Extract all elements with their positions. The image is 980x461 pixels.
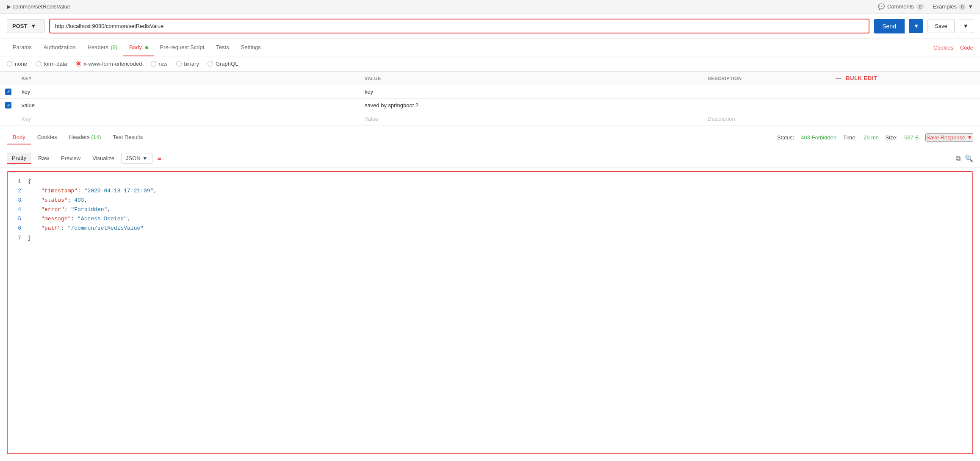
tab-body[interactable]: Body xyxy=(123,39,154,56)
comments-icon: 💬 xyxy=(878,3,885,10)
size-label: Size: xyxy=(885,134,897,141)
radio-form-data-label: form-data xyxy=(44,61,67,67)
format-select[interactable]: JSON ▼ xyxy=(121,153,152,164)
comments-badge: 0 xyxy=(916,4,924,10)
examples-label: Examples xyxy=(933,3,957,10)
comments-button[interactable]: 💬 Comments 0 xyxy=(878,3,924,10)
th-actions: ••• Bulk Edit xyxy=(831,72,980,85)
save-response-chevron-icon: ▼ xyxy=(967,134,972,141)
tab-settings[interactable]: Settings xyxy=(235,39,267,56)
row1-value[interactable]: key xyxy=(360,85,703,99)
radio-binary-label: binary xyxy=(184,61,199,67)
code-link[interactable]: Code xyxy=(960,44,973,51)
resp-tab-cookies[interactable]: Cookies xyxy=(31,131,63,144)
row1-actions xyxy=(831,85,980,99)
row2-value[interactable]: saved by springboot 2 xyxy=(360,99,703,112)
tab-params[interactable]: Params xyxy=(7,39,38,56)
placeholder-value[interactable]: Value xyxy=(360,112,703,126)
radio-form-data[interactable]: form-data xyxy=(36,61,67,67)
radio-raw-label: raw xyxy=(159,61,168,67)
radio-form-data-circle xyxy=(36,61,41,67)
size-value: 567 B xyxy=(904,134,919,141)
radio-raw[interactable]: raw xyxy=(151,61,168,67)
code-line-6: 6 "path": "/common/setRedisValue" xyxy=(14,224,966,233)
fmt-tab-pretty[interactable]: Pretty xyxy=(7,153,31,164)
line-num-3: 3 xyxy=(14,196,21,205)
row2-checkbox[interactable] xyxy=(5,102,11,108)
line-content-1: { xyxy=(28,177,966,186)
placeholder-desc[interactable]: Description xyxy=(703,112,831,126)
filter-icon[interactable]: ≡ xyxy=(158,155,161,162)
method-chevron-icon: ▼ xyxy=(30,23,36,29)
th-description: DESCRIPTION xyxy=(703,72,831,85)
status-label: Status: xyxy=(777,134,794,141)
tab-headers[interactable]: Headers (9) xyxy=(82,39,124,56)
line-content-7: } xyxy=(28,233,966,243)
radio-binary-circle xyxy=(176,61,182,67)
chevron-down-icon: ▼ xyxy=(968,3,973,10)
time-label: Time: xyxy=(843,134,857,141)
response-header: Body Cookies Headers (14) Test Results S… xyxy=(0,126,980,149)
response-tabs: Body Cookies Headers (14) Test Results xyxy=(7,131,149,144)
row1-key[interactable]: key xyxy=(17,85,360,99)
code-line-1: 1 { xyxy=(14,177,966,186)
line-num-5: 5 xyxy=(14,214,21,224)
line-num-2: 2 xyxy=(14,186,21,196)
response-body: Pretty Raw Preview Visualize JSON ▼ ≡ ⧉ … xyxy=(0,149,980,461)
th-checkbox xyxy=(0,72,17,85)
status-value: 403 Forbidden xyxy=(801,134,836,141)
line-content-2: "timestamp": "2020-04-18 17:21:09", xyxy=(28,186,966,196)
radio-none[interactable]: none xyxy=(7,61,27,67)
examples-button[interactable]: Examples 0 ▼ xyxy=(933,3,973,10)
row2-desc[interactable] xyxy=(703,99,831,112)
row2-checkbox-cell xyxy=(0,99,17,112)
format-chevron-icon: ▼ xyxy=(142,155,148,161)
app-container: ▶ common/setRedisValue 💬 Comments 0 Exam… xyxy=(0,0,980,461)
resp-tab-test-results[interactable]: Test Results xyxy=(107,131,149,144)
body-types: none form-data x-www-form-urlencoded raw… xyxy=(0,56,980,72)
method-select[interactable]: POST ▼ xyxy=(7,19,45,33)
resp-tab-body[interactable]: Body xyxy=(7,131,31,144)
fmt-tab-preview[interactable]: Preview xyxy=(56,153,86,164)
tab-pre-request[interactable]: Pre-request Script xyxy=(154,39,210,56)
tab-authorization[interactable]: Authorization xyxy=(38,39,82,56)
row2-key[interactable]: value xyxy=(17,99,360,112)
row1-desc[interactable] xyxy=(703,85,831,99)
top-bar: ▶ common/setRedisValue 💬 Comments 0 Exam… xyxy=(0,0,980,14)
method-label: POST xyxy=(12,23,27,29)
radio-none-circle xyxy=(7,61,12,67)
line-num-4: 4 xyxy=(14,205,21,214)
placeholder-key[interactable]: Key xyxy=(17,112,360,126)
request-tabs: Params Authorization Headers (9) Body Pr… xyxy=(0,39,980,56)
send-button[interactable]: Send xyxy=(874,19,905,33)
fmt-tab-visualize[interactable]: Visualize xyxy=(87,153,119,164)
line-content-5: "message": "Access Denied", xyxy=(28,214,966,224)
save-button[interactable]: Save xyxy=(927,19,955,33)
radio-urlencoded-circle xyxy=(76,61,81,67)
fmt-tab-raw[interactable]: Raw xyxy=(33,153,54,164)
response-format-tabs: Pretty Raw Preview Visualize JSON ▼ ≡ ⧉ … xyxy=(0,149,980,168)
tab-tests[interactable]: Tests xyxy=(210,39,235,56)
th-key: KEY xyxy=(17,72,360,85)
line-content-4: "error": "Forbidden", xyxy=(28,205,966,214)
radio-graphql[interactable]: GraphQL xyxy=(208,61,238,67)
copy-icon[interactable]: ⧉ xyxy=(956,155,961,162)
search-icon[interactable]: 🔍 xyxy=(965,154,973,162)
cookies-link[interactable]: Cookies xyxy=(933,44,953,51)
line-content-6: "path": "/common/setRedisValue" xyxy=(28,224,966,233)
resp-tab-headers[interactable]: Headers (14) xyxy=(63,131,107,144)
save-dropdown-button[interactable]: ▼ xyxy=(959,19,973,33)
send-dropdown-button[interactable]: ▼ xyxy=(909,19,923,33)
placeholder-actions xyxy=(831,112,980,126)
placeholder-row: Key Value Description xyxy=(0,112,980,126)
bulk-edit-button[interactable]: Bulk Edit xyxy=(846,75,877,81)
radio-urlencoded[interactable]: x-www-form-urlencoded xyxy=(76,61,142,67)
save-response-button[interactable]: Save Response ▼ xyxy=(925,133,973,142)
row1-checkbox[interactable] xyxy=(5,89,11,95)
radio-binary[interactable]: binary xyxy=(176,61,199,67)
dots-button[interactable]: ••• xyxy=(836,76,841,81)
code-line-4: 4 "error": "Forbidden", xyxy=(14,205,966,214)
url-input[interactable] xyxy=(49,19,869,33)
placeholder-checkbox-cell xyxy=(0,112,17,126)
response-actions: ⧉ 🔍 xyxy=(956,154,973,162)
